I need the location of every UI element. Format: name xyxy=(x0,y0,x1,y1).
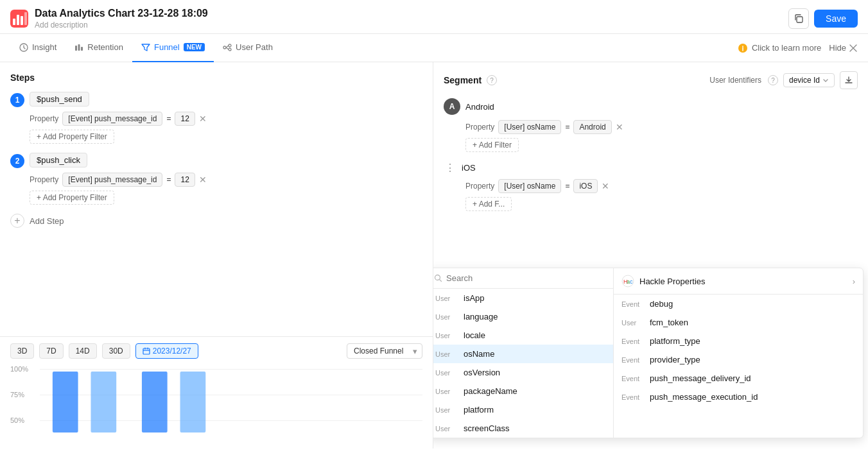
hide-label: Hide xyxy=(829,43,846,53)
step-1-value[interactable]: 12 xyxy=(175,112,195,126)
step-2-operator: = xyxy=(166,175,171,184)
hackle-logo: Hac xyxy=(621,275,634,287)
search-icon xyxy=(434,274,442,282)
period-7d[interactable]: 7D xyxy=(39,343,63,359)
add-step-row: + Add Step xyxy=(10,214,422,228)
dropdown-item-isapp[interactable]: UserisApp xyxy=(433,289,613,307)
hackle-header[interactable]: Hac Hackle Properties › xyxy=(614,268,863,295)
right-item-delivery-id[interactable]: Eventpush_message_delivery_id xyxy=(614,369,863,388)
dropdown-left-panel: UserisApp Userlanguage Userlocale Useros… xyxy=(433,268,614,438)
step-1-remove[interactable]: ✕ xyxy=(199,114,207,123)
right-name-platform-type: platform_type xyxy=(650,336,700,346)
step-2-value[interactable]: 12 xyxy=(175,173,195,187)
hackle-chevron-icon: › xyxy=(853,277,855,286)
hide-button[interactable]: Hide xyxy=(829,43,858,53)
add-step-label[interactable]: Add Step xyxy=(30,216,64,226)
steps-area: Steps 1 $push_send Property [Event] push… xyxy=(0,62,433,336)
step-1-operator: = xyxy=(166,114,171,123)
tab-retention[interactable]: Retention xyxy=(65,34,132,62)
funnel-select-input[interactable]: Closed Funnel Open Funnel xyxy=(347,343,422,359)
ios-prop-value[interactable]: iOS xyxy=(573,179,598,193)
android-operator: = xyxy=(565,123,569,132)
dropdown-right-panel: Hac Hackle Properties › Eventdebug Userf… xyxy=(614,268,863,438)
user-id-select[interactable]: device Id xyxy=(783,73,835,87)
download-button[interactable] xyxy=(840,71,858,89)
right-item-execution-id[interactable]: Eventpush_message_execution_id xyxy=(614,388,863,406)
step-2-event[interactable]: $push_click xyxy=(30,153,87,167)
right-tag-execution-id: Event xyxy=(621,393,645,401)
dropdown-list: UserisApp Userlanguage Userlocale Useros… xyxy=(433,289,613,438)
step-2-remove[interactable]: ✕ xyxy=(199,175,207,184)
dropdown-item-screenclass[interactable]: UserscreenClass xyxy=(433,419,613,438)
chart-label-100: 100% xyxy=(10,365,28,373)
ios-prop-key[interactable]: [User] osName xyxy=(498,179,561,193)
step-2-add-filter[interactable]: + Add Property Filter xyxy=(30,191,114,205)
page-description[interactable]: Add description xyxy=(35,21,208,30)
item-tag-osname: User xyxy=(435,350,458,358)
right-item-fcm[interactable]: Userfcm_token xyxy=(614,313,863,332)
android-name: Android xyxy=(465,102,494,112)
android-prop-remove[interactable]: ✕ xyxy=(616,123,623,132)
dropdown-item-osversion[interactable]: UserosVersion xyxy=(433,363,613,382)
nav-bar: Insight Retention Funnel NEW User Path C… xyxy=(0,34,868,62)
funnel-type-select[interactable]: Closed Funnel Open Funnel xyxy=(347,343,422,359)
save-button[interactable]: Save xyxy=(814,10,858,28)
segment-help-icon[interactable]: ? xyxy=(487,75,497,85)
right-item-debug[interactable]: Eventdebug xyxy=(614,295,863,313)
right-name-delivery-id: push_message_delivery_id xyxy=(650,373,751,383)
period-3d[interactable]: 3D xyxy=(10,343,34,359)
step-1-property-row: Property [Event] push_message_id = 12 ✕ xyxy=(30,112,422,126)
step-2: 2 $push_click Property [Event] push_mess… xyxy=(10,153,422,205)
dropdown-item-packagename[interactable]: UserpackageName xyxy=(433,382,613,400)
tab-funnel-label: Funnel xyxy=(154,42,180,52)
svg-point-19 xyxy=(435,275,440,280)
android-add-filter[interactable]: + Add Filter xyxy=(465,138,519,152)
step-1-add-filter[interactable]: + Add Property Filter xyxy=(30,130,114,144)
copy-button[interactable] xyxy=(788,8,809,29)
main-area: Steps 1 $push_send Property [Event] push… xyxy=(0,62,868,449)
step-1-event[interactable]: $push_send xyxy=(30,92,89,107)
tab-insight[interactable]: Insight xyxy=(10,34,65,62)
android-avatar: A xyxy=(444,98,460,115)
android-prop-value[interactable]: Android xyxy=(573,120,611,134)
funnel-badge: NEW xyxy=(184,43,205,51)
user-identifiers-label: User Identifiers xyxy=(709,76,761,85)
hackle-label: Hackle Properties xyxy=(639,277,706,286)
step-1-prop-value[interactable]: [Event] push_message_id xyxy=(62,112,162,126)
add-step-circle[interactable]: + xyxy=(10,214,24,228)
right-name-debug: debug xyxy=(650,299,673,309)
learn-more-link[interactable]: Click to learn more xyxy=(738,43,821,53)
period-14d[interactable]: 14D xyxy=(69,343,97,359)
page-title: Data Analytics Chart 23-12-28 18:09 xyxy=(35,8,208,19)
ios-menu-icon[interactable]: ⋮ xyxy=(444,161,456,174)
user-id-value: device Id xyxy=(789,76,820,85)
svg-rect-5 xyxy=(797,17,803,22)
step-2-property-row: Property [Event] push_message_id = 12 ✕ xyxy=(30,173,422,187)
svg-rect-15 xyxy=(53,372,78,432)
step-1: 1 $push_send Property [Event] push_messa… xyxy=(10,92,422,144)
step-2-prop-label: Property xyxy=(30,175,58,184)
dropdown-search-input[interactable] xyxy=(446,273,607,283)
dropdown-item-language[interactable]: Userlanguage xyxy=(433,307,613,326)
right-item-platform-type[interactable]: Eventplatform_type xyxy=(614,332,863,350)
svg-rect-3 xyxy=(21,16,23,25)
step-2-prop-value[interactable]: [Event] push_message_id xyxy=(62,173,162,187)
date-picker[interactable]: 2023/12/27 xyxy=(135,343,198,359)
android-header: A Android xyxy=(444,98,858,115)
tab-user-path[interactable]: User Path xyxy=(214,34,282,62)
android-prop-key[interactable]: [User] osName xyxy=(498,120,561,134)
svg-rect-2 xyxy=(17,15,19,25)
dropdown-item-osname[interactable]: UserosName xyxy=(433,345,613,363)
period-30d[interactable]: 30D xyxy=(102,343,130,359)
dropdown-item-platform[interactable]: Userplatform xyxy=(433,400,613,419)
ios-prop-remove[interactable]: ✕ xyxy=(602,182,609,191)
step-2-number: 2 xyxy=(10,154,24,168)
ios-add-filter[interactable]: + Add F... xyxy=(465,197,512,211)
dropdown-item-locale[interactable]: Userlocale xyxy=(433,326,613,345)
dropdown-search-row xyxy=(433,268,613,289)
tab-funnel[interactable]: Funnel NEW xyxy=(132,34,214,62)
user-id-help-icon[interactable]: ? xyxy=(768,75,778,85)
svg-rect-14 xyxy=(143,348,150,354)
right-item-provider-type[interactable]: Eventprovider_type xyxy=(614,350,863,369)
right-name-fcm: fcm_token xyxy=(650,318,688,327)
